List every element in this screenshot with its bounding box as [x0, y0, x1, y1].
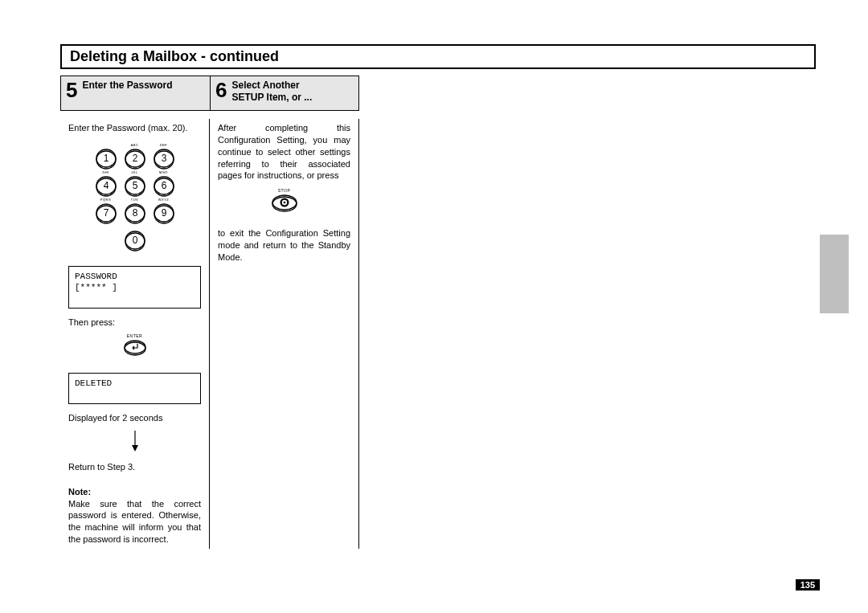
key-3-letters: DEF	[160, 143, 168, 147]
svg-text:2: 2	[132, 153, 137, 164]
svg-text:6: 6	[161, 180, 166, 191]
page-number: 135	[796, 579, 820, 591]
stop-button-graphic: STOP	[218, 188, 350, 216]
stop-icon	[271, 194, 298, 213]
lcd-display-password: PASSWORD [***** ]	[68, 266, 201, 309]
step-5-column: Enter the Password (max. 20). 1 ABC 2 DE…	[60, 119, 210, 549]
key-7-letters: PQRS	[100, 198, 111, 202]
key-6-letters: MNO	[159, 170, 168, 174]
key-8: TUV 8	[125, 203, 145, 224]
step-5-number: 5	[66, 80, 77, 100]
key-5-letters: JKL	[131, 170, 137, 174]
svg-text:7: 7	[103, 207, 108, 219]
lcd-line-2: [***** ]	[75, 282, 194, 293]
manual-page: Deleting a Mailbox - continued 5 Enter t…	[0, 0, 868, 613]
key-2: ABC 2	[125, 149, 145, 170]
step-6-title: Select Another SETUP Item, or ...	[231, 80, 312, 104]
side-tab	[820, 235, 849, 313]
svg-text:5: 5	[132, 180, 137, 191]
then-press-text: Then press:	[68, 317, 201, 329]
enter-label: ENTER	[68, 333, 201, 339]
displayed-for-text: Displayed for 2 seconds	[68, 412, 201, 424]
key-4-letters: GHI	[102, 170, 109, 174]
step6-paragraph-2: to exit the Configuration Setting mode a…	[218, 227, 350, 264]
content-columns: Enter the Password (max. 20). 1 ABC 2 DE…	[60, 119, 820, 549]
svg-text:0: 0	[132, 235, 137, 246]
key-7: PQRS 7	[96, 203, 117, 224]
lcd-line-1: PASSWORD	[75, 271, 194, 282]
step-5-header: 5 Enter the Password	[60, 76, 210, 111]
key-1: 1	[96, 149, 117, 170]
key-0: 0	[125, 231, 145, 251]
svg-text:1: 1	[103, 153, 108, 164]
enter-password-instruction: Enter the Password (max. 20).	[68, 122, 201, 134]
step6-paragraph-1: After completing this Configuration Sett…	[218, 122, 350, 182]
step-6-number: 6	[215, 80, 227, 100]
steps-header: 5 Enter the Password 6 Select Another SE…	[60, 76, 820, 111]
svg-text:9: 9	[161, 207, 166, 219]
note-heading: Note:	[68, 486, 201, 498]
enter-icon	[123, 339, 147, 357]
key-5: JKL 5	[125, 176, 145, 197]
key-9-letters: WXYZ	[158, 198, 170, 202]
svg-text:3: 3	[161, 153, 166, 164]
return-step-text: Return to Step 3.	[68, 461, 201, 473]
section-title: Deleting a Mailbox - continued	[60, 44, 816, 69]
key-9: WXYZ 9	[154, 203, 174, 224]
arrow-down-icon	[68, 429, 201, 455]
step-6-header: 6 Select Another SETUP Item, or ...	[210, 76, 359, 111]
svg-rect-38	[283, 202, 285, 203]
svg-text:4: 4	[103, 180, 108, 191]
key-3: DEF 3	[154, 149, 174, 170]
key-2-letters: ABC	[131, 143, 139, 147]
enter-button-graphic: ENTER	[68, 333, 201, 360]
svg-marker-33	[132, 445, 138, 452]
key-4: GHI 4	[96, 176, 117, 197]
note-body: Make sure that the correct password is e…	[68, 498, 201, 546]
stop-label: STOP	[218, 188, 350, 194]
keypad: 1 ABC 2 DEF 3 GHI 4	[91, 145, 179, 255]
lcd-deleted-line: DELETED	[75, 378, 194, 389]
lcd-display-deleted: DELETED	[68, 373, 201, 404]
key-8-letters: TUV	[131, 198, 139, 202]
svg-text:8: 8	[132, 207, 137, 219]
step-5-title: Enter the Password	[82, 80, 172, 92]
key-6: MNO 6	[154, 176, 174, 197]
step-6-column: After completing this Configuration Sett…	[210, 119, 359, 549]
